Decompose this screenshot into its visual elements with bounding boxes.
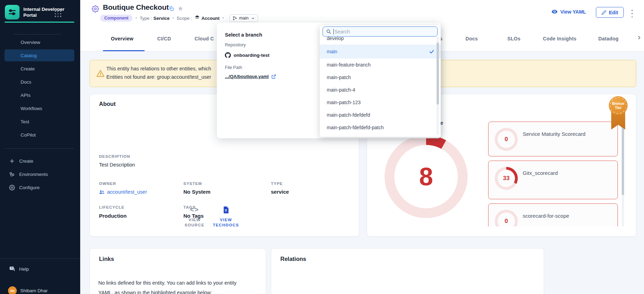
user-menu[interactable]: SD Shibam Dhar xyxy=(8,286,48,294)
tab-cloud-c[interactable]: Cloud C xyxy=(195,36,214,41)
sidebar-item-create[interactable]: Create xyxy=(0,62,80,75)
branch-option-label: main-patch-fdefdefd xyxy=(327,112,370,118)
banner-text-line2: Entities not found are: group:account/te… xyxy=(106,74,211,80)
banner-text-line1: This entity has relations to other entit… xyxy=(106,66,211,71)
sidebar-action-label: Create xyxy=(19,158,33,164)
sidebar-actions: CreateEnvironmentsConfigure xyxy=(0,154,80,194)
tab-datadog[interactable]: Datadog xyxy=(598,36,619,41)
tab-slos[interactable]: SLOs xyxy=(507,36,521,41)
branch-search-box[interactable] xyxy=(323,26,438,37)
branch-option-main-patch-fdefdefd[interactable]: main-patch-fdefdefd xyxy=(320,109,441,121)
scorecard-score-value: 0 xyxy=(505,218,508,225)
module-grid-icon[interactable] xyxy=(55,10,62,17)
scorecard-card-scorecard-for-scope[interactable]: 0scorecard-for-scope xyxy=(488,203,618,226)
user-name: Shibam Dhar xyxy=(20,288,48,293)
view-techdocs-button[interactable]: VIEWTECHDOCS xyxy=(213,205,239,228)
description-value: Test Description xyxy=(99,162,135,168)
branch-option-list: developmainmain-feature-branchmain-patch… xyxy=(320,37,441,137)
help-button[interactable]: ? Help xyxy=(9,266,29,272)
branch-option-main-patch-4[interactable]: main-patch-4 xyxy=(320,84,441,96)
branch-option-main-patch-123[interactable]: main-patch-123 xyxy=(320,96,441,109)
sidebar-action-create[interactable]: Create xyxy=(0,154,80,168)
sidebar-item-label: CoPilot xyxy=(21,132,36,138)
sidebar-nav: OverviewCatalogCreateDocsAPIsWorkflowsTe… xyxy=(0,36,80,141)
tags-label: TAGS xyxy=(183,205,196,209)
sidebar-item-apis[interactable]: APIs xyxy=(0,88,80,102)
type-field-value: service xyxy=(271,189,289,195)
tab-docs[interactable]: Docs xyxy=(465,36,478,41)
tab-code-insights[interactable]: Code Insights xyxy=(543,36,576,41)
scorecard-card-gitx-scorecard[interactable]: 33Gitx_scorecard xyxy=(488,161,618,199)
scorecard-name: Service Maturity Scorecard xyxy=(523,131,585,137)
overall-score-value: 8 xyxy=(419,162,433,191)
repository-row: onboarding-test xyxy=(225,52,270,58)
owner-link[interactable]: account/test_user xyxy=(99,189,147,195)
sidebar-item-catalog[interactable]: Catalog xyxy=(0,49,80,62)
system-label: SYSTEM xyxy=(183,181,202,186)
scorecard-list: 0Service Maturity Scorecard33Gitx_scorec… xyxy=(488,122,618,226)
sidebar-item-workflows[interactable]: Workflows xyxy=(0,102,80,115)
app-window: OverviewCI/CDCloud CsDocsSLOsCode Insigh… xyxy=(0,0,644,294)
sidebar-item-docs[interactable]: Docs xyxy=(0,75,80,88)
tab-ci-cd[interactable]: CI/CD xyxy=(157,36,171,41)
sidebar-divider xyxy=(14,34,61,34)
gear-icon xyxy=(9,185,15,191)
sidebar-item-label: Test xyxy=(21,119,29,124)
repository-label: Repository xyxy=(225,42,246,47)
file-path-value: .../QA/boutique.yaml xyxy=(225,74,269,79)
branch-search-input[interactable] xyxy=(334,29,437,34)
branch-option-main[interactable]: main xyxy=(320,45,441,59)
sidebar-item-label: Overview xyxy=(21,40,40,45)
sidebar-action-configure[interactable]: Configure xyxy=(0,181,80,194)
overall-score-donut: 8 xyxy=(385,135,468,218)
sidebar-item-copilot[interactable]: CoPilot xyxy=(0,128,80,141)
links-card: Links No links defined for this entity. … xyxy=(90,248,266,294)
people-icon xyxy=(99,190,105,194)
help-label: Help xyxy=(19,266,29,272)
sidebar-divider xyxy=(0,258,80,259)
branch-option-develop[interactable]: develop xyxy=(320,37,441,45)
scorecard-donut: 0 xyxy=(495,210,518,226)
popover-title: Select a branch xyxy=(225,32,262,38)
scorecard-name: scorecard-for-scope xyxy=(523,213,569,219)
scorecard-score-value: 33 xyxy=(503,175,510,182)
branch-option-label: main xyxy=(327,49,337,54)
active-tab-underline xyxy=(103,50,145,51)
sidebar-action-environments[interactable]: Environments xyxy=(0,168,80,181)
relations-title: Relations xyxy=(280,256,306,262)
links-empty-text: No links defined for this entity. You ca… xyxy=(98,278,262,294)
branch-option-main-feature-branch[interactable]: main-feature-branch xyxy=(320,59,441,71)
sidebar-item-label: Workflows xyxy=(21,106,42,111)
search-icon xyxy=(326,29,331,34)
branch-option-label: main-patch-123 xyxy=(327,100,361,105)
scorecard-card-service-maturity-scorecard[interactable]: 0Service Maturity Scorecard xyxy=(488,122,618,156)
brand-divider xyxy=(5,22,74,23)
branch-option-main-patch[interactable]: main-patch xyxy=(320,71,441,84)
branch-option-main-patch-fdefdefd-patch[interactable]: main-patch-fdefdefd-patch xyxy=(320,121,441,134)
sidebar-item-label: Catalog xyxy=(21,53,37,58)
branch-option-label: develop xyxy=(327,37,344,41)
sidebar-item-test[interactable]: Test xyxy=(0,115,80,128)
sidebar-action-label: Environments xyxy=(19,172,48,177)
system-value: No System xyxy=(183,189,211,195)
sidebar: Internal Developer Portal OverviewCatalo… xyxy=(0,0,80,294)
sidebar-item-label: Create xyxy=(21,66,35,71)
scorecards-scrollbar-thumb[interactable] xyxy=(622,119,624,195)
description-label: DESCRIPTION xyxy=(99,154,130,158)
rosette-icon: Bronze Tier xyxy=(609,96,628,115)
branch-option-label: main-patch xyxy=(327,75,351,80)
branch-option-label: main-patch-fdefdefd-patch xyxy=(327,125,384,130)
sidebar-item-overview[interactable]: Overview xyxy=(0,36,80,49)
about-title: About xyxy=(99,101,116,107)
tab-overflow-chevron-icon[interactable] xyxy=(637,35,642,41)
links-title: Links xyxy=(99,256,114,262)
tab-overview[interactable]: Overview xyxy=(111,36,134,41)
file-path-label: File Path xyxy=(225,65,242,70)
file-path-link[interactable]: .../QA/boutique.yaml xyxy=(225,74,276,79)
bronze-tier-badge: Bronze Tier xyxy=(609,96,628,130)
dropdown-scrollbar-thumb[interactable] xyxy=(437,42,439,105)
branch-option-label: main-feature-branch xyxy=(327,62,371,68)
lifecycle-value: Production xyxy=(99,213,127,219)
help-chat-icon: ? xyxy=(9,266,15,272)
tags-value: No Tags xyxy=(183,213,204,219)
